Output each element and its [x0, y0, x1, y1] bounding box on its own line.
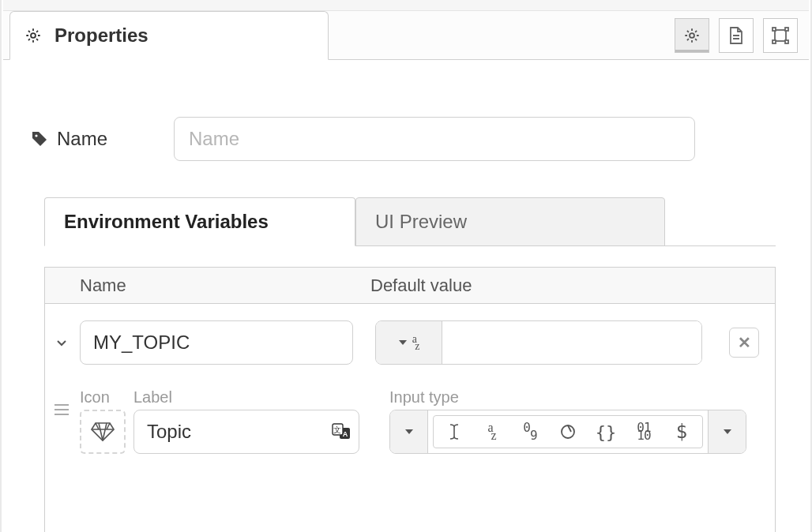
default-value-group: a z: [375, 320, 702, 365]
svg-point-1: [690, 33, 694, 38]
diamond-icon: [91, 421, 115, 442]
label-field-label: Label: [133, 388, 359, 406]
name-label: Name: [30, 128, 107, 150]
input-type-binary[interactable]: 0110: [626, 417, 661, 447]
target-icon: [559, 423, 577, 440]
icon-field-label: Icon: [80, 388, 126, 406]
braces-icon: {}: [596, 422, 617, 442]
input-type-prev-dropdown[interactable]: [390, 410, 428, 453]
name-input[interactable]: [174, 117, 695, 161]
column-default-header: Default value: [370, 275, 775, 296]
az-icon: a z: [412, 335, 420, 350]
delete-variable-button[interactable]: ✕: [729, 328, 759, 358]
tab-title: Properties: [55, 24, 148, 47]
window-top-strip: [3, 0, 809, 11]
svg-point-0: [31, 33, 36, 38]
input-type-string[interactable]: a z: [475, 417, 509, 447]
variable-name-input[interactable]: [80, 320, 353, 365]
svg-rect-4: [785, 28, 788, 31]
default-value-input[interactable]: [442, 321, 701, 364]
input-type-text[interactable]: [437, 417, 472, 447]
input-type-json[interactable]: {}: [588, 417, 623, 447]
svg-rect-2: [775, 30, 786, 41]
env-var-table: Name Default value a z: [44, 267, 776, 532]
close-icon: ✕: [738, 333, 751, 352]
drag-handle[interactable]: [51, 403, 72, 427]
icon-picker[interactable]: [80, 410, 126, 454]
label-input[interactable]: [133, 410, 359, 454]
input-type-enum[interactable]: [551, 417, 585, 447]
tab-preview-label: UI Preview: [375, 211, 467, 233]
input-type-next-dropdown[interactable]: [708, 410, 746, 453]
i18n-button[interactable]: 文 A: [329, 421, 353, 443]
name-label-text: Name: [57, 128, 107, 150]
tab-ui-preview[interactable]: UI Preview: [355, 197, 665, 246]
text-cursor-icon: [448, 422, 461, 441]
variable-row: a z ✕: [45, 304, 775, 372]
top-tab-bar: Properties: [3, 11, 809, 60]
tag-icon: [30, 129, 49, 148]
input-type-number[interactable]: 0 9: [513, 417, 547, 447]
zero-nine-icon: 0 9: [523, 424, 536, 440]
default-value-type-dropdown[interactable]: a z: [376, 321, 442, 364]
view-document-button[interactable]: [719, 18, 754, 53]
expand-toggle[interactable]: [51, 336, 72, 349]
svg-rect-5: [773, 40, 776, 43]
input-type-label: Input type: [389, 388, 746, 406]
view-layout-button[interactable]: [763, 18, 798, 53]
dollar-icon: $: [676, 421, 687, 443]
az-icon: a z: [487, 424, 496, 440]
input-type-group: a z 0 9: [389, 410, 746, 454]
tab-environment-variables[interactable]: Environment Variables: [44, 197, 355, 246]
svg-point-7: [35, 134, 37, 137]
svg-rect-6: [785, 40, 788, 43]
svg-point-12: [562, 425, 574, 438]
translate-icon: 文 A: [332, 423, 351, 440]
svg-text:文: 文: [333, 425, 341, 434]
binary-icon: 0110: [637, 424, 650, 440]
input-type-expression[interactable]: $: [664, 417, 699, 447]
svg-rect-3: [773, 28, 776, 31]
view-properties-button[interactable]: [675, 18, 709, 53]
svg-text:A: A: [343, 430, 348, 438]
gear-icon: [24, 27, 42, 44]
column-name-header: Name: [73, 275, 370, 296]
tab-properties[interactable]: Properties: [9, 11, 329, 60]
tab-env-label: Environment Variables: [64, 211, 269, 233]
